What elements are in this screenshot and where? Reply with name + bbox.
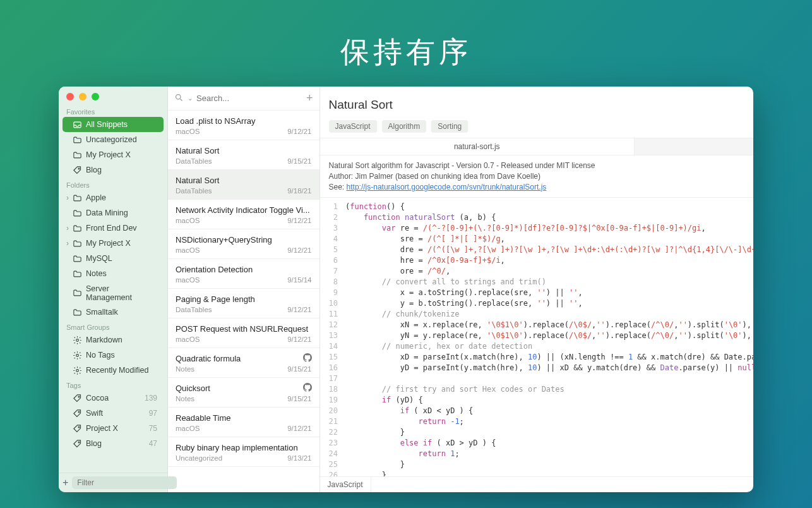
code-editor[interactable]: 1234567891011121314151617181920212223242…	[320, 198, 753, 476]
snippet-item-date: 9/15/21	[287, 395, 311, 402]
sidebar-item-count: 75	[149, 424, 157, 433]
filter-input[interactable]	[72, 476, 177, 489]
sidebar-item-notes[interactable]: Notes	[63, 266, 164, 281]
search-input[interactable]	[196, 94, 302, 103]
github-icon	[303, 353, 312, 362]
folder-icon	[73, 254, 82, 263]
snippet-item-title: Natural Sort	[176, 176, 312, 185]
sidebar-item-project-x[interactable]: Project X75	[63, 421, 164, 436]
folder-icon	[73, 150, 82, 160]
sidebar-section-header: Smart Groups	[59, 320, 167, 332]
snippet-item-date: 9/12/21	[287, 217, 311, 224]
snippet-item-title: Ruby binary heap implementation	[176, 443, 312, 452]
chevron-down-icon[interactable]: ⌄	[188, 95, 193, 102]
snippet-item-title: Paging & Page length	[176, 294, 312, 304]
source-link[interactable]: http://js-naturalsort.googlecode.com/svn…	[347, 183, 547, 191]
sidebar-item-apple[interactable]: Apple	[63, 190, 164, 205]
file-tab-natural-sort-js[interactable]: natural-sort.js	[320, 138, 635, 155]
sidebar-item-markdown[interactable]: Markdown	[63, 332, 164, 348]
snippet-description: Natural Sort algorithm for Javascript - …	[320, 155, 753, 198]
sidebar-item-server-management[interactable]: Server Management	[63, 281, 164, 305]
snippet-list[interactable]: Load .plist to NSArraymacOS9/12/21Natura…	[168, 111, 319, 492]
svg-line-10	[180, 99, 182, 100]
tag-icon	[73, 409, 82, 418]
snippet-item-date: 9/15/14	[287, 276, 311, 284]
sidebar-item-cocoa[interactable]: Cocoa139	[63, 390, 164, 406]
snippet-item-folder: macOS	[176, 336, 200, 343]
tag-javascript[interactable]: JavaScript	[329, 120, 377, 133]
svg-point-3	[76, 354, 79, 356]
snippet-item[interactable]: Load .plist to NSArraymacOS9/12/21	[168, 111, 319, 140]
snippet-item[interactable]: Paging & Page lengthDataTables9/12/21	[168, 289, 319, 318]
sidebar-item-label: Cocoa	[86, 394, 109, 402]
snippet-item[interactable]: Network Activity Indicator Toggle Vi...m…	[168, 200, 319, 229]
folder-icon	[73, 239, 82, 248]
gear-icon	[73, 351, 82, 360]
snippet-item[interactable]: Readable TimemacOS9/12/21	[168, 408, 319, 437]
sidebar-section-header: Folders	[59, 178, 167, 190]
snippet-item-date: 9/12/21	[287, 425, 311, 432]
snippet-item[interactable]: NSDictionary+QueryStringmacOS9/12/21	[168, 229, 319, 259]
sidebar-item-label: Markdown	[86, 336, 122, 344]
sidebar-item-front-end-dev[interactable]: Front End Dev	[63, 221, 164, 236]
language-status[interactable]: JavaScript	[320, 477, 371, 492]
gear-icon	[73, 366, 82, 375]
snippet-item-title: Network Activity Indicator Toggle Vi...	[176, 205, 312, 215]
sidebar-item-swift[interactable]: Swift97	[63, 406, 164, 421]
sidebar-item-data-mining[interactable]: Data Mining	[63, 205, 164, 221]
file-tab-use-js[interactable]: use.js	[635, 138, 753, 155]
sidebar-item-label: Blog	[86, 439, 102, 448]
sidebar-item-recently-modified[interactable]: Recently Modified	[63, 363, 164, 378]
sidebar-item-my-project-x[interactable]: My Project X	[63, 236, 164, 251]
search-icon	[174, 93, 184, 104]
snippet-item[interactable]: Quadratic formulaNotes9/15/21	[168, 348, 319, 378]
sidebar-item-label: Project X	[86, 424, 118, 433]
snippet-item-folder: macOS	[176, 128, 200, 135]
sidebar-item-blog[interactable]: Blog47	[63, 436, 164, 451]
sidebar-item-uncategorized[interactable]: Uncategorized	[63, 132, 164, 147]
sidebar-item-label: Apple	[86, 193, 106, 202]
snippet-item-folder: Notes	[176, 395, 194, 402]
sidebar-item-all-snippets[interactable]: All Snippets	[63, 117, 164, 132]
sidebar-item-blog[interactable]: Blog	[63, 162, 164, 178]
sidebar-item-no-tags[interactable]: No Tags	[63, 348, 164, 363]
close-icon[interactable]	[66, 93, 74, 100]
sidebar-item-label: Front End Dev	[86, 224, 137, 233]
snippet-title: Natural Sort	[329, 98, 753, 112]
snippet-item-title: Readable Time	[176, 413, 312, 423]
snippet-item[interactable]: POST Request with NSURLRequestmacOS9/12/…	[168, 318, 319, 348]
tags-row: JavaScriptAlgorithmSorting	[320, 120, 753, 138]
snippet-item[interactable]: Natural SortDataTables9/18/21	[168, 170, 319, 200]
snippet-item-date: 9/12/21	[287, 306, 311, 313]
svg-point-1	[78, 168, 80, 169]
tag-icon	[73, 424, 82, 433]
maximize-icon[interactable]	[92, 93, 99, 100]
tag-sorting[interactable]: Sorting	[431, 120, 468, 133]
sidebar-item-smalltalk[interactable]: Smalltalk	[63, 305, 164, 320]
snippet-item[interactable]: QuicksortNotes9/15/21	[168, 378, 319, 408]
new-snippet-button[interactable]: +	[306, 92, 313, 105]
tag-icon	[73, 394, 82, 403]
snippet-item-folder: macOS	[176, 217, 200, 224]
snippet-item-date: 9/13/21	[287, 454, 311, 462]
minimize-icon[interactable]	[79, 93, 87, 100]
tag-icon	[73, 439, 82, 449]
snippet-item[interactable]: Ruby binary heap implementationUncategor…	[168, 437, 319, 467]
file-tabs: natural-sort.jsuse.js	[320, 138, 753, 155]
snippet-item-date: 9/18/21	[287, 187, 311, 195]
sidebar-item-label: Data Mining	[86, 209, 128, 217]
sidebar: FavoritesAll SnippetsUncategorizedMy Pro…	[59, 87, 168, 492]
add-button[interactable]: +	[63, 477, 68, 488]
sidebar-item-my-project-x[interactable]: My Project X	[63, 147, 164, 162]
status-bar: JavaScript Line 1, Column 1	[320, 476, 753, 492]
snippet-list-panel: ⌄ + Load .plist to NSArraymacOS9/12/21Na…	[168, 87, 320, 492]
folder-icon	[73, 193, 82, 203]
snippet-item[interactable]: Orientation DetectionmacOS9/15/14	[168, 259, 319, 289]
sidebar-item-mysql[interactable]: MySQL	[63, 251, 164, 266]
snippet-item-folder: macOS	[176, 425, 200, 432]
snippet-item-folder: DataTables	[176, 157, 212, 165]
tag-algorithm[interactable]: Algorithm	[382, 120, 427, 133]
snippet-item-folder: DataTables	[176, 306, 212, 313]
snippet-item[interactable]: Natural SortDataTables9/15/21	[168, 140, 319, 170]
snippet-item-title: Quicksort	[176, 384, 312, 393]
